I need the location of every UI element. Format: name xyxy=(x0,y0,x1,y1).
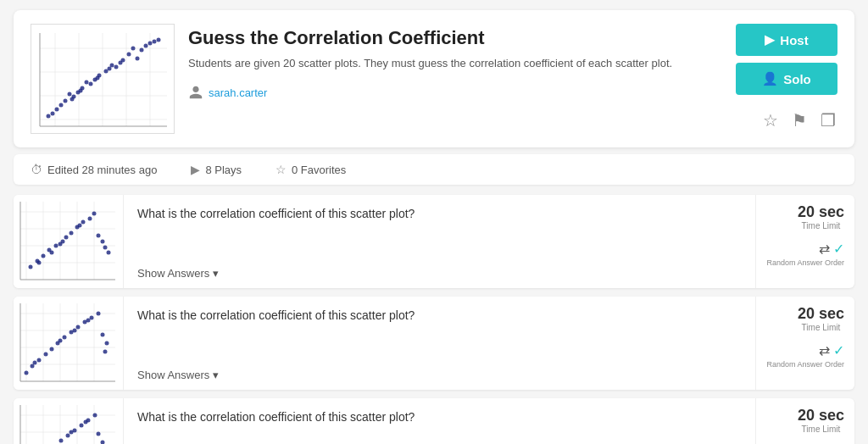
q-text-2: What is the correlation coefficient of t… xyxy=(137,308,742,322)
q-thumbnail-1 xyxy=(14,195,124,288)
q-thumbnail-2 xyxy=(14,297,124,390)
svg-point-18 xyxy=(104,69,108,74)
time-label-1: Time Limit xyxy=(798,221,844,230)
author-link[interactable]: sarah.carter xyxy=(188,85,722,100)
svg-point-71 xyxy=(107,251,111,255)
header-description: Students are given 20 scatter plots. The… xyxy=(188,56,722,71)
svg-point-96 xyxy=(58,339,63,343)
check-icon-1: ✓ xyxy=(833,241,844,257)
svg-point-101 xyxy=(103,350,108,354)
q-content-3: What is the correlation coefficient of t… xyxy=(124,398,755,444)
svg-point-87 xyxy=(50,347,54,352)
svg-point-22 xyxy=(85,80,89,85)
svg-point-33 xyxy=(144,44,148,48)
svg-point-34 xyxy=(148,42,153,46)
shuffle-icon-1: ⇄ xyxy=(819,241,830,257)
time-value-2: 20 sec xyxy=(798,305,844,323)
svg-point-54 xyxy=(42,254,46,258)
q-meta-icons-1: ⇄ ✓ xyxy=(819,241,844,257)
svg-point-84 xyxy=(31,364,35,369)
play-icon: ▶ xyxy=(765,32,775,47)
svg-point-69 xyxy=(101,240,105,244)
solo-person-icon: 👤 xyxy=(762,71,778,86)
solo-button[interactable]: 👤 Solo xyxy=(736,63,837,95)
q-content-1: What is the correlation coefficient of t… xyxy=(124,195,755,288)
svg-point-27 xyxy=(64,99,68,103)
svg-point-62 xyxy=(88,217,92,221)
svg-point-59 xyxy=(70,231,74,236)
time-value-3: 20 sec xyxy=(798,407,844,425)
svg-point-123 xyxy=(93,413,97,418)
svg-point-67 xyxy=(78,224,82,228)
svg-point-95 xyxy=(33,361,37,365)
q-text-1: What is the correlation coefficient of t… xyxy=(137,207,742,220)
svg-point-52 xyxy=(29,265,33,269)
header-title: Guess the Correlation Coefficient xyxy=(188,27,722,49)
svg-point-17 xyxy=(110,64,114,68)
svg-point-98 xyxy=(86,319,91,323)
svg-point-11 xyxy=(140,48,144,53)
svg-point-97 xyxy=(73,329,77,333)
svg-point-83 xyxy=(25,371,29,375)
svg-point-63 xyxy=(92,212,97,216)
chevron-down-icon-2: ▾ xyxy=(213,369,219,381)
svg-point-61 xyxy=(81,220,86,225)
copy-button[interactable]: ❐ xyxy=(819,108,837,132)
question-card-1: What is the correlation coefficient of t… xyxy=(14,195,854,288)
stat-edited: ⏱ Edited 28 minutes ago xyxy=(31,163,157,176)
svg-point-119 xyxy=(66,434,70,438)
host-button[interactable]: ▶ Host xyxy=(736,24,837,56)
stat-favorites: ☆ 0 Favorites xyxy=(275,163,346,176)
svg-point-126 xyxy=(70,430,74,435)
clock-icon: ⏱ xyxy=(31,163,42,176)
svg-point-93 xyxy=(90,316,94,320)
svg-point-21 xyxy=(89,82,93,86)
time-label-3: Time Limit xyxy=(798,425,844,434)
svg-point-36 xyxy=(157,38,161,42)
icon-row: ☆ ⚑ ❐ xyxy=(761,108,837,132)
star-button[interactable]: ☆ xyxy=(761,108,780,132)
chevron-down-icon-1: ▾ xyxy=(213,267,219,280)
question-card-3: What is the correlation coefficient of t… xyxy=(14,398,854,444)
header-thumbnail xyxy=(31,24,175,134)
svg-point-89 xyxy=(63,336,67,340)
svg-point-128 xyxy=(97,432,101,436)
header-actions: ▶ Host 👤 Solo ☆ ⚑ ❐ xyxy=(736,24,837,132)
q-content-2: What is the correlation coefficient of t… xyxy=(124,297,755,390)
author-name: sarah.carter xyxy=(209,86,267,99)
person-icon xyxy=(188,85,203,100)
svg-point-31 xyxy=(47,114,51,119)
check-icon-2: ✓ xyxy=(833,342,844,358)
svg-point-66 xyxy=(61,240,65,244)
flag-button[interactable]: ⚑ xyxy=(790,108,809,132)
svg-point-64 xyxy=(37,261,42,265)
q-thumbnail-3 xyxy=(14,398,124,444)
time-limit-box-3: 20 sec Time Limit xyxy=(798,407,844,434)
time-limit-box-2: 20 sec Time Limit xyxy=(798,305,844,332)
svg-point-12 xyxy=(131,47,136,51)
q-meta-label-2: Random Answer Order xyxy=(766,360,844,369)
svg-point-13 xyxy=(127,53,131,57)
svg-point-37 xyxy=(108,67,112,71)
svg-point-99 xyxy=(101,333,105,337)
svg-point-39 xyxy=(79,89,83,93)
show-answers-btn-2[interactable]: Show Answers ▾ xyxy=(137,369,742,381)
svg-point-40 xyxy=(70,97,75,102)
stats-bar: ⏱ Edited 28 minutes ago ▶ 8 Plays ☆ 0 Fa… xyxy=(14,154,854,185)
svg-point-91 xyxy=(76,325,81,330)
time-limit-box-1: 20 sec Time Limit xyxy=(798,203,844,230)
time-label-2: Time Limit xyxy=(798,323,844,332)
header-card: Guess the Correlation Coefficient Studen… xyxy=(14,10,854,147)
svg-point-86 xyxy=(44,352,48,357)
stat-plays: ▶ 8 Plays xyxy=(191,163,242,176)
q-meta-icons-2: ⇄ ✓ xyxy=(819,342,844,358)
svg-point-56 xyxy=(54,244,58,248)
svg-point-14 xyxy=(136,57,140,61)
svg-point-65 xyxy=(50,251,54,255)
q-meta-label-1: Random Answer Order xyxy=(766,258,844,267)
q-meta-1: 20 sec Time Limit ⇄ ✓ Random Answer Orde… xyxy=(755,195,854,288)
svg-point-70 xyxy=(103,246,108,250)
show-answers-btn-1[interactable]: Show Answers ▾ xyxy=(137,267,742,280)
svg-point-121 xyxy=(80,424,84,428)
time-value-1: 20 sec xyxy=(798,203,844,221)
